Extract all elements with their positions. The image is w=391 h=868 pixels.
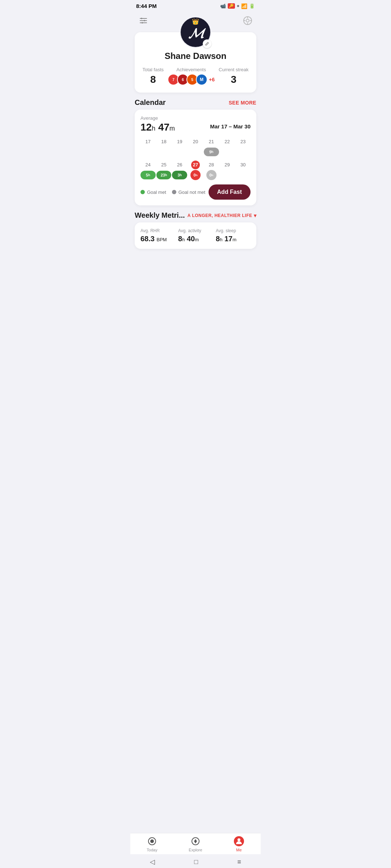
see-more-button[interactable]: SEE MORE xyxy=(229,100,256,106)
svg-point-5 xyxy=(142,22,143,24)
profile-name: Shane Dawson xyxy=(140,51,251,61)
cal-day-28: 28 xyxy=(204,161,219,169)
bluetooth-icon: ⌖ xyxy=(237,3,239,9)
cal-day-24: 24 xyxy=(140,161,156,169)
legend-goal-met: Goal met xyxy=(140,190,166,195)
bar-19 xyxy=(172,147,187,157)
avg-rhr-metric: Avg. RHR 68.3 BPM xyxy=(140,228,175,243)
cal-day-22: 22 xyxy=(220,138,235,145)
calendar-section-header: Calendar SEE MORE xyxy=(130,98,261,107)
total-fasts-label: Total fasts xyxy=(143,67,164,72)
calendar-row2-bars: 5h 23h 3h 0h 0h xyxy=(140,170,251,180)
cal-day-25: 25 xyxy=(156,161,172,169)
settings-button[interactable] xyxy=(240,13,255,28)
calendar-row1-bars: 9h xyxy=(140,147,251,157)
calendar-row1-numbers: 17 18 19 20 21 22 23 xyxy=(140,138,251,145)
svg-point-7 xyxy=(246,19,249,22)
cal-day-29: 29 xyxy=(220,161,235,169)
avg-sleep-label: Avg. sleep xyxy=(216,228,251,233)
total-fasts-value: 8 xyxy=(150,74,156,85)
wifi-icon: 📶 xyxy=(241,3,247,9)
achievements-more: +6 xyxy=(209,77,215,82)
cal-day-26: 26 xyxy=(172,161,187,169)
legend-goal-not-met: Goal not met xyxy=(172,190,205,195)
metrics-grid: Avg. RHR 68.3 BPM Avg. activity 8h 40m xyxy=(140,228,251,243)
battery-icon: 🔋 xyxy=(249,3,255,9)
cal-day-17: 17 xyxy=(140,138,156,145)
fast-bar-27: 0h xyxy=(190,170,201,180)
legend-dot-green xyxy=(140,190,145,194)
metrics-card: Avg. RHR 68.3 BPM Avg. activity 8h 40m xyxy=(135,222,256,249)
calendar-card: Average 12h 47m Mar 17 – Mar 30 17 18 19… xyxy=(135,110,256,205)
avatar-wrapper: 👑 𝓜 xyxy=(180,16,211,48)
avg-sleep-value: 8h 17m xyxy=(216,235,251,243)
avg-rhr-value: 68.3 BPM xyxy=(140,235,175,243)
bar-18 xyxy=(156,147,172,157)
cal-day-27-highlighted: 27 xyxy=(188,161,203,169)
fast-bar-26: 3h xyxy=(172,171,187,179)
avg-rhr-label: Avg. RHR xyxy=(140,228,175,233)
bar-23 xyxy=(235,147,251,157)
profile-section: 👑 𝓜 Shane Dawson Total fasts 8 xyxy=(135,32,256,93)
svg-point-3 xyxy=(141,18,142,19)
calendar-title: Calendar xyxy=(135,98,166,107)
camera-recording-icon: 📹 xyxy=(220,3,226,9)
legend-not-met-label: Goal not met xyxy=(178,190,205,195)
cal-day-18: 18 xyxy=(156,138,172,145)
current-streak-label: Current streak xyxy=(219,67,248,72)
legend-met-label: Goal met xyxy=(147,190,166,195)
cal-day-30: 30 xyxy=(235,161,251,169)
svg-point-4 xyxy=(144,20,145,21)
weekly-metrics-subtitle[interactable]: A LONGER, HEALTHIER LIFE ▾ xyxy=(188,213,256,218)
cal-day-21: 21 xyxy=(204,138,219,145)
current-streak-stat: Current streak 3 xyxy=(219,67,248,85)
status-time: 8:44 PM xyxy=(136,3,157,9)
cal-day-20: 20 xyxy=(188,138,203,145)
avg-activity-metric: Avg. activity 8h 40m xyxy=(178,228,213,243)
bar-20 xyxy=(188,147,203,157)
add-fast-button[interactable]: Add Fast xyxy=(209,184,251,200)
current-streak-value: 3 xyxy=(231,74,236,85)
chevron-down-icon: ▾ xyxy=(254,213,257,218)
total-fasts-stat: Total fasts 8 xyxy=(143,67,164,85)
edit-avatar-button[interactable] xyxy=(203,39,211,48)
weekly-metrics-section: Weekly Metri... A LONGER, HEALTHIER LIFE… xyxy=(135,211,256,249)
achievements-label: Achievements xyxy=(176,67,206,72)
achievements-stat: Achievements 7 6 5 M +6 xyxy=(168,67,215,85)
fast-bar-28: 0h xyxy=(206,170,216,180)
fast-bar-24: 5h xyxy=(140,171,156,179)
avg-activity-label: Avg. activity xyxy=(178,228,213,233)
bar-17 xyxy=(140,147,156,157)
cal-day-19: 19 xyxy=(172,138,187,145)
calendar-avg-value: 12h 47m xyxy=(140,122,175,133)
status-icons: 📹 🔑 ⌖ 📶 🔋 xyxy=(220,3,255,9)
legend-add-row: Goal met Goal not met Add Fast xyxy=(140,184,251,200)
avg-activity-value: 8h 40m xyxy=(178,235,213,243)
filter-button[interactable] xyxy=(136,13,151,28)
profile-stats: Total fasts 8 Achievements 7 6 5 M +6 xyxy=(140,67,251,85)
avg-sleep-metric: Avg. sleep 8h 17m xyxy=(216,228,251,243)
bar-21: 9h xyxy=(204,147,219,157)
weekly-metrics-title: Weekly Metri... xyxy=(135,211,185,220)
weekly-metrics-header: Weekly Metri... A LONGER, HEALTHIER LIFE… xyxy=(135,211,256,220)
calendar-row2-numbers: 24 25 26 27 28 29 30 xyxy=(140,161,251,169)
bar-22 xyxy=(220,147,235,157)
cal-day-23: 23 xyxy=(235,138,251,145)
calendar-date-range: Mar 17 – Mar 30 xyxy=(210,123,251,129)
key-icon: 🔑 xyxy=(228,3,235,9)
status-bar: 8:44 PM 📹 🔑 ⌖ 📶 🔋 xyxy=(130,0,261,10)
legend-dot-gray xyxy=(172,190,176,194)
fast-bar-25: 23h xyxy=(156,171,172,179)
achievement-badge-4: M xyxy=(196,74,207,85)
calendar-avg-label: Average xyxy=(140,115,251,121)
achievements-row: 7 6 5 M +6 xyxy=(168,74,215,85)
